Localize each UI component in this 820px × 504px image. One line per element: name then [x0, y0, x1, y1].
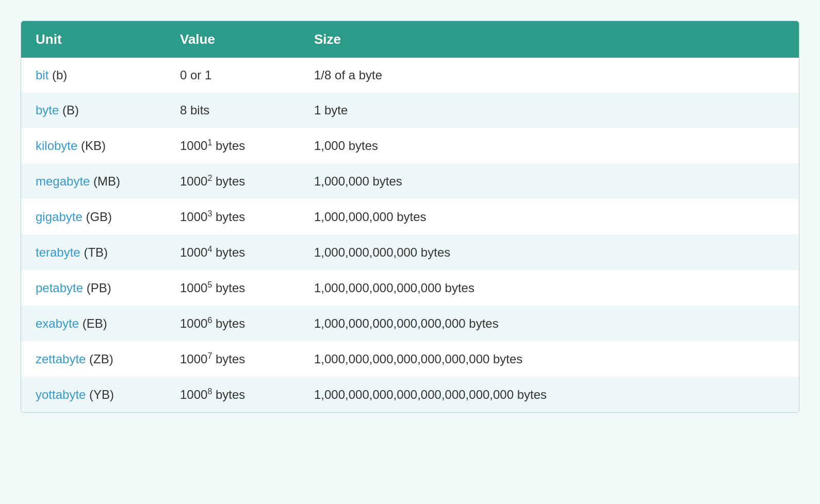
- unit-cell: terabyte (TB): [21, 234, 166, 270]
- header-unit: Unit: [21, 21, 166, 58]
- unit-name: gigabyte: [36, 210, 83, 224]
- size-cell: 1,000,000,000,000,000,000 bytes: [300, 306, 799, 341]
- unit-cell: gigabyte (GB): [21, 199, 166, 234]
- unit-cell: petabyte (PB): [21, 270, 166, 306]
- value-cell: 10005 bytes: [166, 270, 300, 306]
- size-cell: 1,000,000,000,000 bytes: [300, 234, 799, 270]
- table-row: bit (b)0 or 11/8 of a byte: [21, 58, 799, 93]
- size-cell: 1,000,000,000,000,000 bytes: [300, 270, 799, 306]
- unit-name: byte: [36, 103, 59, 117]
- table-row: petabyte (PB)10005 bytes1,000,000,000,00…: [21, 270, 799, 306]
- unit-cell: bit (b): [21, 58, 166, 93]
- unit-abbreviation: (B): [59, 103, 79, 117]
- value-cell: 10001 bytes: [166, 128, 300, 163]
- header-value: Value: [166, 21, 300, 58]
- unit-name: yottabyte: [36, 388, 86, 401]
- header-row: Unit Value Size: [21, 21, 799, 58]
- size-cell: 1,000 bytes: [300, 128, 799, 163]
- unit-abbreviation: (GB): [83, 210, 112, 224]
- unit-cell: exabyte (EB): [21, 306, 166, 341]
- unit-abbreviation: (YB): [86, 388, 114, 401]
- table-row: exabyte (EB)10006 bytes1,000,000,000,000…: [21, 306, 799, 341]
- table-row: byte (B)8 bits1 byte: [21, 93, 799, 128]
- unit-abbreviation: (ZB): [86, 352, 113, 366]
- value-cell: 10006 bytes: [166, 306, 300, 341]
- table-row: yottabyte (YB)10008 bytes1,000,000,000,0…: [21, 377, 799, 412]
- size-cell: 1/8 of a byte: [300, 58, 799, 93]
- value-cell: 10003 bytes: [166, 199, 300, 234]
- value-cell: 0 or 1: [166, 58, 300, 93]
- unit-cell: yottabyte (YB): [21, 377, 166, 412]
- unit-name: terabyte: [36, 245, 80, 259]
- table-body: bit (b)0 or 11/8 of a bytebyte (B)8 bits…: [21, 58, 799, 412]
- unit-name: exabyte: [36, 316, 79, 330]
- unit-abbreviation: (TB): [80, 245, 108, 259]
- size-cell: 1,000,000 bytes: [300, 163, 799, 199]
- size-cell: 1 byte: [300, 93, 799, 128]
- unit-abbreviation: (MB): [90, 174, 120, 188]
- value-cell: 10008 bytes: [166, 377, 300, 412]
- data-table: Unit Value Size bit (b)0 or 11/8 of a by…: [21, 21, 799, 413]
- size-cell: 1,000,000,000 bytes: [300, 199, 799, 234]
- unit-cell: byte (B): [21, 93, 166, 128]
- table-header: Unit Value Size: [21, 21, 799, 58]
- unit-abbreviation: (EB): [79, 316, 107, 330]
- value-cell: 10002 bytes: [166, 163, 300, 199]
- table-row: gigabyte (GB)10003 bytes1,000,000,000 by…: [21, 199, 799, 234]
- size-cell: 1,000,000,000,000,000,000,000 bytes: [300, 341, 799, 377]
- value-cell: 10007 bytes: [166, 341, 300, 377]
- unit-name: petabyte: [36, 281, 83, 295]
- unit-abbreviation: (KB): [77, 139, 106, 153]
- unit-name: bit: [36, 68, 48, 82]
- table-row: terabyte (TB)10004 bytes1,000,000,000,00…: [21, 234, 799, 270]
- unit-abbreviation: (b): [48, 68, 67, 82]
- header-size: Size: [300, 21, 799, 58]
- size-cell: 1,000,000,000,000,000,000,000,000 bytes: [300, 377, 799, 412]
- unit-cell: megabyte (MB): [21, 163, 166, 199]
- unit-name: megabyte: [36, 174, 90, 188]
- unit-cell: zettabyte (ZB): [21, 341, 166, 377]
- unit-cell: kilobyte (KB): [21, 128, 166, 163]
- units-table: Unit Value Size bit (b)0 or 11/8 of a by…: [21, 21, 799, 412]
- table-row: megabyte (MB)10002 bytes1,000,000 bytes: [21, 163, 799, 199]
- unit-name: zettabyte: [36, 352, 86, 366]
- table-row: kilobyte (KB)10001 bytes1,000 bytes: [21, 128, 799, 163]
- value-cell: 10004 bytes: [166, 234, 300, 270]
- table-row: zettabyte (ZB)10007 bytes1,000,000,000,0…: [21, 341, 799, 377]
- unit-name: kilobyte: [36, 139, 77, 153]
- unit-abbreviation: (PB): [83, 281, 111, 295]
- value-cell: 8 bits: [166, 93, 300, 128]
